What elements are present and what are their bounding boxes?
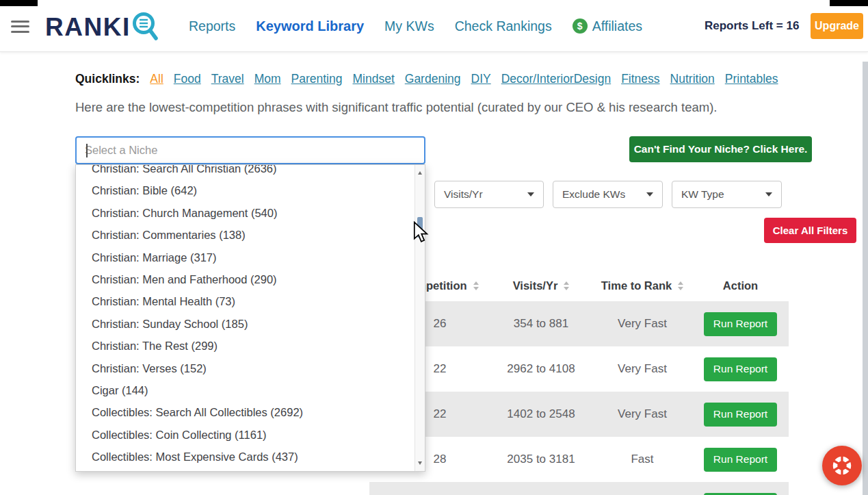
quicklink-food[interactable]: Food — [174, 72, 201, 86]
quicklink-parenting[interactable]: Parenting — [291, 72, 343, 86]
visits-filter-label: Visits/Yr — [444, 188, 483, 201]
magnifier-q-icon — [131, 10, 160, 45]
intro-text: Here are the lowest-competition phrases … — [75, 100, 717, 115]
dollar-icon: $ — [573, 18, 588, 34]
dropdown-option[interactable]: Christian: Search All Christian (2636) — [76, 164, 425, 179]
clear-all-filters-button[interactable]: Clear All Filters — [764, 218, 856, 243]
visits-cell: 354 to 881 — [490, 317, 592, 331]
action-header-label: Action — [723, 279, 758, 292]
dropdown-option[interactable]: Christian: Verses (152) — [76, 357, 425, 379]
visits-per-year-filter[interactable]: Visits/Yr — [434, 181, 544, 208]
quicklink-all[interactable]: All — [150, 72, 163, 86]
cant-find-niche-button[interactable]: Can't Find Your Niche? Click Here. — [629, 136, 812, 162]
visits-header: Visits/Yr — [490, 279, 592, 292]
scrollbar-thumb[interactable] — [417, 217, 423, 238]
sort-icon[interactable] — [678, 281, 683, 290]
niche-option-list: Christian: Search All Christian (2636) C… — [76, 164, 425, 468]
dropdown-option[interactable]: Cigar (144) — [76, 379, 425, 401]
exclude-kws-filter[interactable]: Exclude KWs — [553, 181, 663, 208]
table-row: 28 2035 to 3181 Fast Run Report — [369, 437, 789, 482]
nav-item-my-kws[interactable]: My KWs — [384, 18, 434, 34]
reports-left-counter: Reports Left = 16 — [705, 19, 799, 33]
time-to-rank-header: Time to Rank — [592, 279, 692, 292]
rankiq-logo[interactable]: RANKI — [45, 10, 160, 45]
main-nav-links: Reports Keyword Library My KWs Check Ran… — [189, 0, 642, 52]
logo-text: RANKI — [45, 12, 131, 43]
affiliates-label: Affiliates — [592, 18, 642, 34]
nav-item-check-rankings[interactable]: Check Rankings — [455, 18, 552, 34]
table-row: 22 2962 to 4108 Very Fast Run Report — [369, 346, 789, 392]
hamburger-menu-icon[interactable] — [11, 17, 29, 36]
table-row-partial — [369, 482, 789, 495]
dropdown-option[interactable]: Christian: The Rest (299) — [76, 335, 425, 357]
top-right-black-bar — [830, 0, 868, 6]
dropdown-option[interactable]: Christian: Church Management (540) — [76, 202, 425, 224]
dropdown-scrollbar[interactable] — [415, 165, 425, 471]
run-report-button[interactable]: Run Report — [704, 357, 777, 381]
nav-item-reports[interactable]: Reports — [189, 18, 235, 34]
visits-header-label: Visits/Yr — [513, 279, 558, 292]
dropdown-option[interactable]: Christian: Men and Fatherhood (290) — [76, 268, 425, 290]
top-left-black-bar — [0, 0, 38, 6]
visits-cell: 2035 to 3181 — [490, 453, 592, 466]
action-header: Action — [692, 279, 789, 292]
visits-cell: 2962 to 4108 — [490, 362, 592, 376]
run-report-button[interactable]: Run Report — [704, 448, 777, 472]
upgrade-button[interactable]: Upgrade — [811, 13, 863, 39]
top-nav: RANKI Reports Keyword Library My KWs Che… — [0, 0, 868, 52]
page: RANKI Reports Keyword Library My KWs Che… — [0, 0, 868, 495]
quicklinks-row: Quicklinks: All Food Travel Mom Parentin… — [75, 72, 778, 86]
sort-icon[interactable] — [473, 281, 479, 290]
niche-dropdown: Christian: Search All Christian (2636) C… — [75, 164, 425, 472]
time-to-rank-header-label: Time to Rank — [601, 279, 672, 292]
sort-icon[interactable] — [564, 281, 569, 290]
quicklink-fitness[interactable]: Fitness — [621, 72, 659, 86]
table-row: 22 1402 to 2548 Very Fast Run Report — [369, 392, 789, 437]
kw-type-filter-label: KW Type — [681, 188, 724, 201]
quicklink-mindset[interactable]: Mindset — [352, 72, 394, 86]
quicklink-gardening[interactable]: Gardening — [405, 72, 461, 86]
niche-select-input[interactable] — [75, 136, 425, 164]
quicklink-diy[interactable]: DIY — [471, 72, 491, 86]
table-row: 26 354 to 881 Very Fast Run Report — [369, 301, 789, 346]
dropdown-option[interactable]: Christian: Marriage (317) — [76, 246, 425, 268]
quicklink-mom[interactable]: Mom — [254, 72, 281, 86]
dropdown-option[interactable]: Christian: Sunday School (185) — [76, 313, 425, 335]
quicklink-printables[interactable]: Printables — [725, 72, 778, 86]
chevron-down-icon — [527, 192, 534, 196]
time-to-rank-cell: Very Fast — [592, 362, 692, 376]
dropdown-option[interactable]: Collectibles: Most Expensive Cards (437) — [76, 446, 425, 468]
chevron-down-icon — [646, 192, 653, 196]
dropdown-option[interactable]: Christian: Mental Health (73) — [76, 290, 425, 312]
time-to-rank-cell: Very Fast — [592, 407, 692, 421]
keyword-table: Competition Visits/Yr Time to Rank Actio… — [369, 270, 789, 495]
run-report-button[interactable]: Run Report — [704, 403, 777, 427]
scroll-down-arrow-icon[interactable] — [418, 461, 422, 465]
quicklinks-label: Quicklinks: — [75, 72, 140, 86]
kw-type-filter[interactable]: KW Type — [672, 181, 782, 208]
time-to-rank-cell: Fast — [592, 453, 692, 466]
text-caret — [86, 144, 88, 157]
run-report-button[interactable] — [704, 493, 777, 495]
chat-widget-button[interactable] — [822, 446, 862, 485]
help-buoy-icon — [830, 454, 854, 477]
table-header-row: Competition Visits/Yr Time to Rank Actio… — [369, 270, 789, 301]
nav-item-keyword-library[interactable]: Keyword Library — [256, 18, 364, 34]
time-to-rank-cell: Very Fast — [592, 317, 692, 331]
browser-scrollbar[interactable] — [863, 62, 868, 495]
quicklink-nutrition[interactable]: Nutrition — [670, 72, 715, 86]
chevron-down-icon — [765, 192, 772, 196]
dropdown-option[interactable]: Christian: Bible (642) — [76, 179, 425, 201]
quicklink-decor-interior-design[interactable]: Decor/InteriorDesign — [501, 72, 611, 86]
scroll-up-arrow-icon[interactable] — [418, 171, 422, 175]
run-report-button[interactable]: Run Report — [704, 312, 777, 336]
dropdown-option[interactable]: Collectibles: Search All Collectibles (2… — [76, 401, 425, 423]
quicklink-travel[interactable]: Travel — [211, 72, 244, 86]
exclude-filter-label: Exclude KWs — [562, 188, 625, 201]
dropdown-option[interactable]: Christian: Commentaries (138) — [76, 224, 425, 246]
dropdown-option[interactable]: Collectibles: Coin Collecting (1161) — [76, 424, 425, 446]
visits-cell: 1402 to 2548 — [490, 407, 592, 421]
nav-item-affiliates[interactable]: $ Affiliates — [573, 18, 642, 34]
